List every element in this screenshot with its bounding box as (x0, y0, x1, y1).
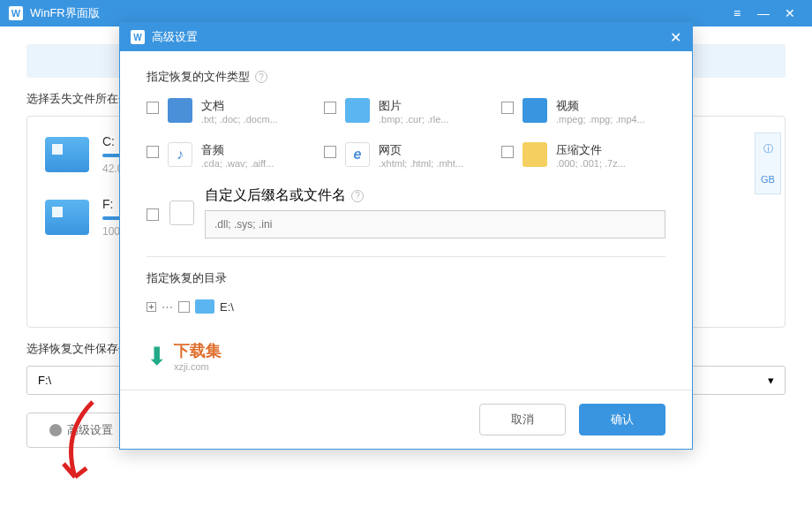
watermark: ⬇ 下载集 xzji.com (147, 340, 665, 372)
download-arrow-icon: ⬇ (147, 342, 167, 371)
confirm-button[interactable]: 确认 (579, 404, 665, 435)
cancel-button[interactable]: 取消 (479, 404, 566, 435)
checkbox[interactable] (501, 102, 514, 114)
archive-icon (523, 142, 547, 167)
modal-close-button[interactable]: ✕ (670, 29, 681, 46)
web-icon (345, 142, 370, 167)
filetype-audio[interactable]: 音频 .cda; .wav; .aiff... (147, 142, 311, 169)
divider (147, 256, 665, 257)
help-icon[interactable]: ? (255, 71, 267, 83)
custom-ext-label: 自定义后缀名或文件名 (205, 186, 346, 205)
modal-logo: W (131, 30, 145, 44)
filetype-ext: .xhtml; .html; .mht... (379, 158, 488, 169)
custom-file-icon (169, 201, 194, 225)
advanced-settings-modal: W 高级设置 ✕ 指定恢复的文件类型 ? 文档 .txt; .doc; .doc… (119, 22, 693, 450)
filetype-ext: .txt; .doc; .docm... (201, 114, 311, 125)
watermark-url: xzji.com (174, 361, 222, 372)
modal-footer: 取消 确认 (120, 390, 692, 449)
filetype-name: 视频 (556, 98, 665, 114)
tree-item[interactable]: + ⋯ E:\ (147, 299, 665, 314)
checkbox[interactable] (501, 146, 514, 158)
filetype-name: 文档 (201, 98, 311, 114)
filetype-name: 网页 (379, 142, 488, 158)
modal-title: 高级设置 (152, 29, 198, 45)
filetypes-section-title: 指定恢复的文件类型 ? (147, 69, 665, 85)
tree-item-label: E:\ (220, 300, 234, 314)
disk-icon (195, 299, 214, 314)
filetype-name: 图片 (379, 98, 488, 114)
checkbox[interactable] (324, 146, 336, 158)
filetype-name: 压缩文件 (556, 142, 665, 158)
modal-header: W 高级设置 ✕ (120, 23, 692, 51)
checkbox[interactable] (178, 301, 190, 313)
filetype-archive[interactable]: 压缩文件 .000; .001; .7z... (501, 142, 665, 169)
document-icon (168, 98, 192, 123)
help-icon[interactable]: ? (351, 190, 364, 202)
watermark-text: 下载集 (174, 342, 222, 360)
filetype-document[interactable]: 文档 .txt; .doc; .docm... (147, 98, 311, 125)
filetype-ext: .bmp; .cur; .rle... (379, 114, 488, 125)
modal-overlay: W 高级设置 ✕ 指定恢复的文件类型 ? 文档 .txt; .doc; .doc… (0, 0, 812, 530)
audio-icon (168, 142, 192, 167)
checkbox[interactable] (324, 102, 336, 114)
filetype-ext: .000; .001; .7z... (556, 158, 665, 169)
tree-expand-icon[interactable]: + (147, 302, 156, 312)
custom-ext-row: 自定义后缀名或文件名 ? (147, 186, 665, 238)
checkbox[interactable] (147, 208, 159, 221)
filetype-ext: .mpeg; .mpg; .mp4... (556, 114, 665, 125)
image-icon (345, 98, 370, 123)
checkbox[interactable] (147, 102, 159, 114)
video-icon (523, 98, 547, 123)
filetype-name: 音频 (201, 142, 311, 158)
checkbox[interactable] (147, 146, 159, 158)
filetype-video[interactable]: 视频 .mpeg; .mpg; .mp4... (501, 98, 665, 125)
filetype-web[interactable]: 网页 .xhtml; .html; .mht... (324, 142, 488, 169)
dirs-section-title: 指定恢复的目录 (147, 270, 665, 286)
custom-ext-input[interactable] (205, 210, 665, 238)
filetype-ext: .cda; .wav; .aiff... (201, 158, 311, 169)
filetype-image[interactable]: 图片 .bmp; .cur; .rle... (324, 98, 488, 125)
